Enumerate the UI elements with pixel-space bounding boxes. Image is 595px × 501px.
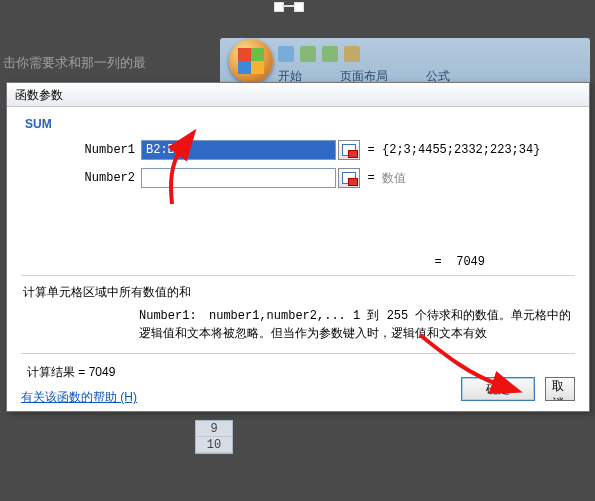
arg-row-number1: Number1 = {2;3;4455;2332;223;34} xyxy=(21,139,575,161)
arg-row-number2: Number2 = 数值 xyxy=(21,167,575,189)
office-button[interactable] xyxy=(229,39,273,83)
equals-sign: = xyxy=(364,171,378,185)
arg-label: Number2 xyxy=(21,171,141,185)
qat-print-icon[interactable] xyxy=(344,46,360,62)
function-arguments-dialog: 函数参数 SUM Number1 = {2;3;4455;2332;223;34… xyxy=(6,82,590,412)
separator xyxy=(21,275,575,276)
arg-label: Number1 xyxy=(21,143,141,157)
equals-sign: = xyxy=(364,143,378,157)
office-logo-icon xyxy=(238,48,264,74)
number1-input[interactable] xyxy=(141,140,336,160)
dialog-title: 函数参数 xyxy=(7,83,589,107)
range-selector-icon xyxy=(342,172,356,184)
row-number[interactable]: 9 xyxy=(196,421,232,437)
arg-preview: 数值 xyxy=(382,170,406,187)
qat-save-icon[interactable] xyxy=(278,46,294,62)
ok-button[interactable]: 确定 xyxy=(461,377,535,401)
separator xyxy=(21,353,575,354)
function-description: 计算单元格区域中所有数值的和 xyxy=(21,284,575,307)
collapse-dialog-button[interactable] xyxy=(338,140,360,160)
row-number-gutter: 9 10 xyxy=(195,420,233,454)
bg-hint-text: 击你需要求和那一列的最 xyxy=(3,54,146,72)
range-selector-icon xyxy=(342,144,356,156)
arg-preview: {2;3;4455;2332;223;34} xyxy=(382,143,540,157)
function-name-label: SUM xyxy=(25,117,575,131)
help-link[interactable]: 有关该函数的帮助 (H) xyxy=(21,389,137,406)
collapse-dialog-button[interactable] xyxy=(338,168,360,188)
argument-help: Number1:number1,number2,... 1 到 255 个待求和… xyxy=(21,307,575,347)
intermediate-result: = 7049 xyxy=(21,255,575,269)
qat-undo-icon[interactable] xyxy=(300,46,316,62)
quick-access-toolbar xyxy=(278,44,360,64)
number2-input[interactable] xyxy=(141,168,336,188)
row-number[interactable]: 10 xyxy=(196,437,232,453)
cancel-button[interactable]: 取消 xyxy=(545,377,575,401)
top-resize-handle xyxy=(274,0,304,10)
qat-redo-icon[interactable] xyxy=(322,46,338,62)
